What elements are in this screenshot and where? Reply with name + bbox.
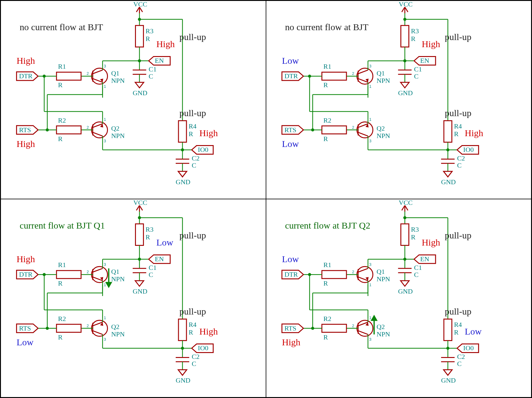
dtr-port: DTR <box>19 270 33 278</box>
q1-val: NPN <box>377 275 390 283</box>
en-state: Low <box>156 237 173 247</box>
panel-tl: no current flow at BJTVCCR3R ENHighpull-… <box>1 1 266 199</box>
c2-val: C <box>192 161 196 169</box>
dtr-state: Low <box>282 55 299 66</box>
r1-name: R1 <box>323 63 331 70</box>
svg-text:1: 1 <box>369 117 371 122</box>
c1-name: C1 <box>414 65 422 73</box>
gnd1: GND <box>398 287 413 295</box>
svg-rect-189 <box>401 224 409 246</box>
panel-tr: no current flow at BJTVCCR3R ENHighpull-… <box>266 1 531 199</box>
svg-point-188 <box>403 216 406 219</box>
svg-rect-211 <box>322 270 346 278</box>
io0-port: IO0 <box>198 146 208 153</box>
svg-rect-170 <box>56 324 81 332</box>
r2-val: R <box>323 135 328 143</box>
svg-text:3: 3 <box>369 64 371 68</box>
q2-name: Q2 <box>111 124 120 132</box>
svg-text:3: 3 <box>369 139 371 143</box>
r1-val: R <box>323 279 328 287</box>
svg-marker-247 <box>372 316 377 320</box>
q2-name: Q2 <box>377 323 385 331</box>
gnd1: GND <box>398 89 413 97</box>
svg-text:3: 3 <box>104 139 106 143</box>
q2-val: NPN <box>377 330 390 338</box>
svg-text:3: 3 <box>104 64 106 68</box>
svg-text:1: 1 <box>104 315 106 320</box>
c2-val: C <box>457 360 462 368</box>
svg-text:2: 2 <box>87 323 89 328</box>
io0-state: High <box>199 128 218 138</box>
dtr-state: High <box>17 55 35 66</box>
panel-title: current flow at BJT Q2 <box>285 220 370 230</box>
q1-name: Q1 <box>377 69 385 77</box>
gnd1: GND <box>133 89 148 97</box>
r4-val: R <box>189 130 193 138</box>
rts-port: RTS <box>284 324 297 332</box>
vcc-label: VCC <box>399 1 413 8</box>
en-port: EN <box>420 255 429 263</box>
r1-name: R1 <box>323 261 331 269</box>
r3-val: R <box>411 233 415 241</box>
en-port: EN <box>155 57 164 64</box>
svg-rect-238 <box>444 319 452 341</box>
svg-point-94 <box>357 122 373 138</box>
panel-br: current flow at BJT Q2VCCR3R ENHighpull-… <box>266 199 531 397</box>
dtr-state: Low <box>282 254 299 264</box>
svg-point-218 <box>357 320 373 336</box>
svg-point-14 <box>92 68 108 84</box>
vcc-label: VCC <box>133 1 147 8</box>
c1-val: C <box>414 271 419 278</box>
pullup-en: pull-up <box>445 230 471 240</box>
r4-name: R4 <box>189 321 197 328</box>
q1-val: NPN <box>111 275 125 283</box>
svg-point-199 <box>357 266 373 282</box>
r4-name: R4 <box>454 122 462 130</box>
gnd2: GND <box>441 178 456 186</box>
panel-title: no current flow at BJT <box>20 22 103 32</box>
dtr-state: High <box>17 254 35 264</box>
c2-name: C2 <box>457 353 465 360</box>
c2-val: C <box>457 161 462 169</box>
r2-name: R2 <box>58 315 66 323</box>
svg-point-136 <box>92 266 108 282</box>
svg-point-172 <box>46 327 49 330</box>
pullup-en: pull-up <box>445 32 471 42</box>
r4-val: R <box>454 130 459 138</box>
gnd1: GND <box>133 287 148 295</box>
svg-point-75 <box>357 68 373 84</box>
svg-text:2: 2 <box>87 125 89 130</box>
svg-rect-4 <box>135 26 143 47</box>
svg-rect-53 <box>178 121 186 142</box>
en-state: High <box>422 39 440 49</box>
r3-name: R3 <box>145 27 153 35</box>
c1-val: C <box>149 271 153 278</box>
dtr-port: DTR <box>19 72 33 80</box>
svg-text:1: 1 <box>369 282 371 287</box>
vcc-label: VCC <box>133 199 147 206</box>
gnd2: GND <box>176 178 190 186</box>
io0-port: IO0 <box>198 344 208 352</box>
c1-val: C <box>149 72 153 80</box>
q1-name: Q1 <box>111 268 120 275</box>
gnd2: GND <box>441 376 456 384</box>
r1-val: R <box>58 81 63 89</box>
c1-name: C1 <box>149 264 157 271</box>
svg-point-111 <box>311 128 314 132</box>
vcc-label: VCC <box>399 199 413 206</box>
svg-text:1: 1 <box>104 282 106 287</box>
r2-val: R <box>58 135 63 143</box>
svg-text:1: 1 <box>369 315 371 320</box>
svg-rect-175 <box>178 319 186 341</box>
svg-rect-233 <box>322 324 346 332</box>
c1-name: C1 <box>149 65 157 73</box>
r1-val: R <box>58 279 63 287</box>
dtr-port: DTR <box>284 72 298 80</box>
svg-text:2: 2 <box>352 270 354 274</box>
svg-rect-126 <box>135 224 143 246</box>
io0-state: Low <box>465 326 482 336</box>
q2-name: Q2 <box>377 124 385 132</box>
en-port: EN <box>155 255 164 263</box>
pullup-io0: pull-up <box>179 108 206 118</box>
r2-val: R <box>323 333 328 341</box>
